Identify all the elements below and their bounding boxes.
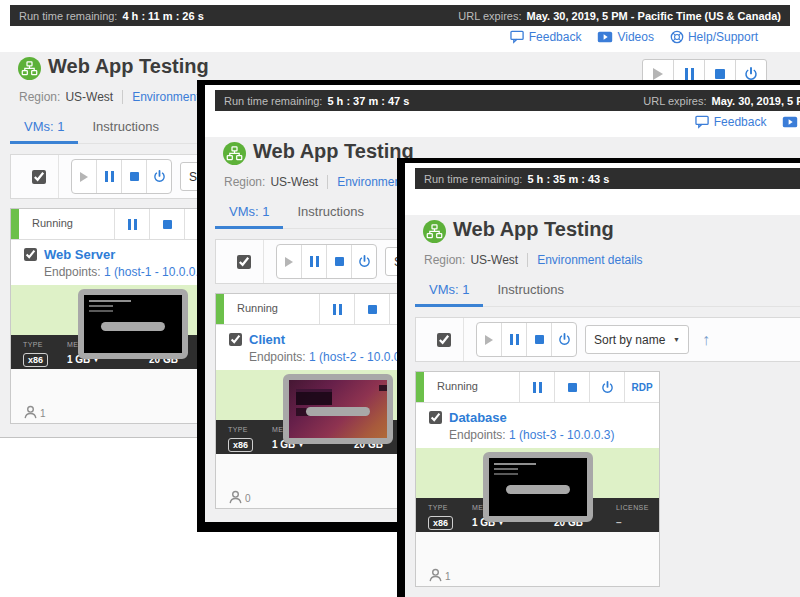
bulk-suspend-button[interactable] bbox=[96, 160, 121, 193]
vm-name-link[interactable]: Client bbox=[249, 332, 285, 347]
sort-dropdown[interactable]: Sort by name ▼ bbox=[585, 325, 689, 354]
license-value: – bbox=[616, 517, 659, 528]
divider bbox=[327, 175, 328, 189]
environment-details-link[interactable]: Environment details bbox=[537, 253, 642, 267]
bulk-suspend-button[interactable] bbox=[301, 245, 326, 278]
play-icon bbox=[653, 68, 663, 80]
divider bbox=[122, 90, 123, 104]
monitor-stand bbox=[506, 485, 570, 494]
bulk-power-button[interactable] bbox=[551, 323, 576, 356]
bulk-start-button[interactable] bbox=[477, 323, 501, 356]
help-links: Feedback Videos Help/Support bbox=[510, 30, 758, 44]
region-label: Region: bbox=[424, 253, 465, 267]
vm-power-button[interactable] bbox=[589, 372, 624, 402]
tab-bar: VMs: 1 Instructions bbox=[415, 276, 800, 307]
bulk-stop-button[interactable] bbox=[326, 245, 351, 278]
environment-icon bbox=[223, 142, 246, 165]
rdp-button[interactable]: RDP bbox=[624, 372, 659, 402]
vm-card: Running RDP Database Endpoints: 1 (host-… bbox=[415, 371, 660, 587]
runtime-value: 4 h : 11 m : 26 s bbox=[122, 10, 203, 22]
status-badge: Running bbox=[32, 209, 114, 239]
tab-instructions[interactable]: Instructions bbox=[283, 198, 377, 226]
vm-suspend-button[interactable] bbox=[114, 209, 149, 239]
runtime-label: Run time remaining: bbox=[19, 10, 117, 22]
vm-checkbox[interactable] bbox=[429, 411, 442, 424]
vm-stop-button[interactable] bbox=[354, 294, 389, 324]
vm-checkbox[interactable] bbox=[24, 248, 37, 261]
bulk-suspend-button[interactable] bbox=[501, 323, 526, 356]
cpu-type-badge: x86 bbox=[23, 353, 48, 367]
stop-icon bbox=[568, 383, 577, 392]
environment-icon bbox=[18, 57, 41, 80]
runtime-label: Run time remaining: bbox=[424, 173, 522, 185]
bulk-power-button[interactable] bbox=[351, 245, 376, 278]
videos-icon bbox=[782, 116, 798, 128]
spec-header-type: TYPE bbox=[228, 426, 272, 433]
session-bar: Run time remaining:4 h : 11 m : 26 s URL… bbox=[10, 5, 790, 26]
endpoints-link[interactable]: 1 (host-3 - 10.0.0.3) bbox=[509, 428, 614, 442]
page-title: Web App Testing bbox=[48, 55, 209, 78]
endpoints-link[interactable]: 1 (host-1 - 10.0.0.2) bbox=[104, 265, 209, 279]
stop-icon bbox=[130, 172, 139, 181]
feedback-link[interactable]: Feedback bbox=[695, 115, 767, 129]
power-icon bbox=[744, 67, 758, 81]
monitor-stand bbox=[101, 322, 165, 331]
help-support-link[interactable]: Help/Support bbox=[670, 30, 758, 44]
tab-vms[interactable]: VMs: 1 bbox=[10, 113, 78, 144]
monitor-stand bbox=[306, 407, 370, 416]
region-value: US-West bbox=[470, 253, 518, 267]
help-support-icon bbox=[670, 30, 684, 44]
bulk-stop-button[interactable] bbox=[121, 160, 146, 193]
user-icon bbox=[428, 568, 443, 582]
videos-link[interactable]: Videos bbox=[782, 115, 800, 129]
bulk-start-button[interactable] bbox=[277, 245, 301, 278]
page-title: Web App Testing bbox=[453, 218, 614, 241]
pause-icon bbox=[333, 304, 342, 315]
connected-users-row: 1 bbox=[416, 532, 659, 586]
session-bar: Run time remaining:5 h : 37 m : 47 s URL… bbox=[215, 90, 800, 111]
vm-stop-button[interactable] bbox=[554, 372, 589, 402]
endpoints-label: Endpoints: bbox=[449, 428, 506, 442]
region-row: Region: US-West Environment details bbox=[424, 253, 643, 267]
sort-direction-button[interactable]: ↑ bbox=[702, 331, 710, 349]
vm-name-link[interactable]: Web Server bbox=[44, 247, 115, 262]
feedback-label: Feedback bbox=[714, 115, 767, 129]
pause-icon bbox=[105, 171, 114, 182]
vm-suspend-button[interactable] bbox=[519, 372, 554, 402]
tab-instructions[interactable]: Instructions bbox=[78, 113, 172, 141]
power-icon bbox=[153, 170, 166, 183]
vm-status-row: Running RDP bbox=[416, 372, 659, 403]
app-window-3: Run time remaining:5 h : 35 m : 43 s URL… bbox=[397, 158, 800, 597]
videos-link[interactable]: Videos bbox=[597, 30, 653, 44]
bulk-power-button[interactable] bbox=[146, 160, 171, 193]
feedback-link[interactable]: Feedback bbox=[510, 30, 582, 44]
bulk-stop-button[interactable] bbox=[526, 323, 551, 356]
stop-icon bbox=[715, 69, 725, 79]
tab-vms[interactable]: VMs: 1 bbox=[215, 198, 283, 229]
play-icon bbox=[285, 257, 293, 267]
vm-checkbox[interactable] bbox=[229, 333, 242, 346]
pause-icon bbox=[128, 219, 137, 230]
tab-instructions[interactable]: Instructions bbox=[483, 276, 577, 304]
status-stripe bbox=[11, 209, 19, 239]
status-badge: Running bbox=[437, 372, 519, 402]
url-expires-label: URL expires: bbox=[643, 95, 706, 107]
vm-stop-button[interactable] bbox=[149, 209, 184, 239]
vm-thumbnail-area bbox=[416, 448, 659, 498]
bulk-start-button[interactable] bbox=[72, 160, 96, 193]
vm-name-row: Database bbox=[416, 403, 659, 425]
divider bbox=[463, 318, 464, 361]
vm-suspend-button[interactable] bbox=[319, 294, 354, 324]
region-value: US-West bbox=[65, 90, 113, 104]
select-all-checkbox[interactable] bbox=[32, 170, 46, 184]
tab-vms[interactable]: VMs: 1 bbox=[415, 276, 483, 307]
select-all-checkbox[interactable] bbox=[437, 333, 451, 347]
region-value: US-West bbox=[270, 175, 318, 189]
pause-icon bbox=[510, 334, 519, 345]
play-icon bbox=[80, 172, 88, 182]
vm-name-link[interactable]: Database bbox=[449, 410, 507, 425]
url-expires-value: May. 30, 2019, 5 PM - Pacific Time (US &… bbox=[526, 10, 781, 22]
select-all-checkbox[interactable] bbox=[237, 255, 251, 269]
pause-icon bbox=[533, 382, 542, 393]
vm-bulk-controls bbox=[476, 322, 577, 357]
